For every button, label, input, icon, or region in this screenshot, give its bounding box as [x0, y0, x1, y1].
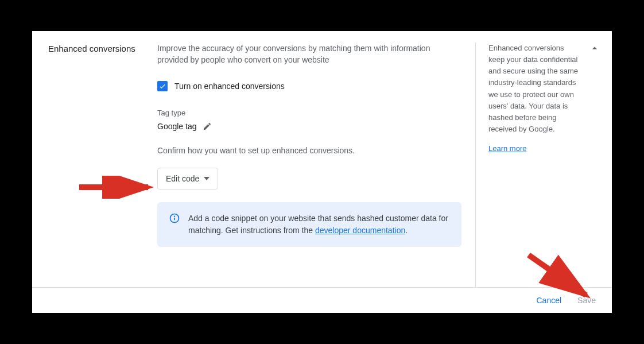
- info-icon: [169, 212, 180, 224]
- dropdown-value: Edit code: [166, 174, 199, 183]
- svg-point-2: [174, 216, 175, 217]
- developer-documentation-link[interactable]: developer documentation: [315, 226, 405, 235]
- pencil-icon[interactable]: [203, 122, 212, 131]
- caret-down-icon: [204, 176, 210, 181]
- enhanced-conversions-checkbox[interactable]: [157, 81, 168, 91]
- chevron-up-icon[interactable]: [589, 42, 600, 54]
- setup-method-dropdown[interactable]: Edit code: [157, 168, 218, 190]
- check-icon: [158, 82, 166, 90]
- section-title: Enhanced conversions: [48, 44, 157, 53]
- confirm-prompt: Confirm how you want to set up enhanced …: [157, 146, 461, 155]
- info-box: Add a code snippet on your website that …: [157, 202, 461, 247]
- learn-more-link[interactable]: Learn more: [488, 144, 526, 153]
- side-note: Enhanced conversions keep your data conf…: [488, 42, 596, 135]
- save-button[interactable]: Save: [577, 296, 596, 305]
- checkbox-label: Turn on enhanced conversions: [174, 82, 285, 91]
- section-description: Improve the accuracy of your conversions…: [157, 42, 461, 66]
- tag-type-value: Google tag: [157, 122, 197, 131]
- tag-type-label: Tag type: [157, 109, 461, 117]
- info-text: Add a code snippet on your website that …: [188, 212, 450, 237]
- cancel-button[interactable]: Cancel: [536, 296, 561, 305]
